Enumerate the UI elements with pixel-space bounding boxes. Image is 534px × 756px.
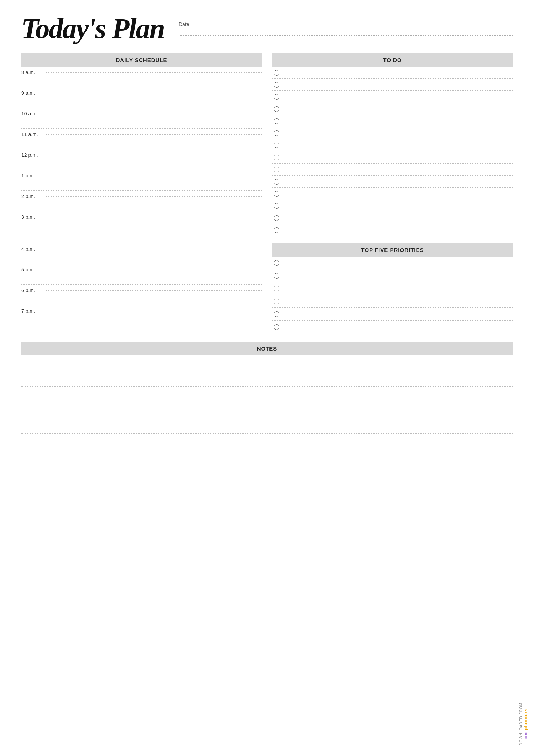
time-slot-10am: 10 a.m. [21, 108, 262, 129]
time-slot-1pm: 1 p.m. [21, 170, 262, 191]
schedule-line[interactable] [21, 315, 262, 326]
todo-item-9[interactable] [272, 164, 513, 176]
todo-checkbox-13[interactable] [274, 215, 279, 221]
time-label-9am: 9 a.m. [21, 90, 46, 96]
time-slot-9am: 9 a.m. [21, 87, 262, 108]
time-label-5pm: 5 p.m. [21, 267, 46, 273]
todo-checkbox-8[interactable] [274, 155, 279, 160]
todo-item-3[interactable] [272, 91, 513, 103]
time-label-8am: 8 a.m. [21, 69, 46, 75]
time-label-10am: 10 a.m. [21, 111, 46, 116]
time-slot-5pm: 5 p.m. [21, 264, 262, 285]
time-slot-4pm: 4 p.m. [21, 243, 262, 264]
note-line-3[interactable] [21, 388, 513, 402]
time-slot-8am: 8 a.m. [21, 67, 262, 87]
time-slot-11am: 11 a.m. [21, 129, 262, 149]
note-line-2[interactable] [21, 372, 513, 387]
schedule-line[interactable] [21, 221, 262, 232]
notes-header: NOTES [21, 342, 513, 355]
schedule-line[interactable] [21, 159, 262, 170]
note-line-4[interactable] [21, 404, 513, 418]
time-label-3pm: 3 p.m. [21, 214, 46, 220]
todo-checkbox-3[interactable] [274, 94, 279, 100]
watermark-prefix: on: [523, 730, 528, 738]
todo-item-7[interactable] [272, 139, 513, 151]
date-field: Date [179, 14, 513, 36]
time-label-11am: 11 a.m. [21, 131, 46, 137]
notes-section: NOTES [21, 342, 513, 434]
todo-item-10[interactable] [272, 176, 513, 188]
note-line-5[interactable] [21, 419, 513, 434]
top-five-section: TOP FIVE PRIORITIES [272, 243, 513, 333]
time-slot-7pm: 7 p.m. [21, 305, 262, 326]
priority-checkbox-3[interactable] [274, 286, 279, 291]
priority-checkbox-6[interactable] [274, 324, 279, 330]
todo-item-4[interactable] [272, 103, 513, 115]
todo-item-5[interactable] [272, 115, 513, 127]
schedule-line[interactable] [21, 294, 262, 305]
todo-item-11[interactable] [272, 188, 513, 200]
schedule-line[interactable] [21, 117, 262, 129]
todo-item-12[interactable] [272, 200, 513, 212]
todo-checkbox-1[interactable] [274, 70, 279, 76]
todo-checkbox-14[interactable] [274, 227, 279, 233]
watermark-brand: on:planners [523, 708, 528, 738]
priority-item-1[interactable] [272, 257, 513, 269]
todo-item-6[interactable] [272, 127, 513, 139]
watermark-planners: planners [523, 708, 528, 730]
schedule-line[interactable] [21, 76, 262, 87]
page-title: Today's Plan [21, 14, 164, 43]
todo-item-2[interactable] [272, 79, 513, 91]
schedule-line[interactable] [21, 273, 262, 285]
todo-column: TO DO [272, 53, 513, 333]
todo-item-1[interactable] [272, 67, 513, 79]
watermark-downloaded-from: DOWNLOADED FROM [519, 703, 523, 745]
priority-item-3[interactable] [272, 282, 513, 295]
todo-checkbox-12[interactable] [274, 203, 279, 209]
watermark: DOWNLOADED FROM on:planners [519, 703, 528, 745]
priority-item-6[interactable] [272, 321, 513, 333]
daily-schedule-column: DAILY SCHEDULE 8 a.m. 9 a.m. 10 a.m. [21, 53, 262, 333]
schedule-line[interactable] [21, 138, 262, 149]
priority-checkbox-4[interactable] [274, 299, 279, 304]
time-label-4pm: 4 p.m. [21, 246, 46, 252]
todo-checkbox-7[interactable] [274, 143, 279, 148]
priority-checkbox-2[interactable] [274, 273, 279, 279]
priority-checkbox-5[interactable] [274, 311, 279, 317]
todo-checkbox-11[interactable] [274, 191, 279, 197]
time-slot-12pm: 12 p.m. [21, 149, 262, 170]
priority-item-4[interactable] [272, 295, 513, 308]
todo-header: TO DO [272, 53, 513, 67]
main-grid: DAILY SCHEDULE 8 a.m. 9 a.m. 10 a.m. [21, 53, 513, 434]
time-slot-6pm: 6 p.m. [21, 285, 262, 305]
todo-checkbox-4[interactable] [274, 106, 279, 112]
top-five-header: TOP FIVE PRIORITIES [272, 243, 513, 257]
schedule-line[interactable] [21, 200, 262, 211]
todo-checkbox-5[interactable] [274, 118, 279, 124]
note-line-1[interactable] [21, 357, 513, 371]
time-slot-3pm: 3 p.m. [21, 211, 262, 243]
todo-item-14[interactable] [272, 224, 513, 236]
todo-checkbox-10[interactable] [274, 179, 279, 185]
priority-item-2[interactable] [272, 269, 513, 282]
time-label-12pm: 12 p.m. [21, 152, 46, 158]
schedule-line[interactable] [21, 253, 262, 264]
time-label-2pm: 2 p.m. [21, 193, 46, 199]
todo-checkbox-6[interactable] [274, 130, 279, 136]
todo-checkbox-2[interactable] [274, 82, 279, 88]
priority-item-5[interactable] [272, 308, 513, 321]
time-label-1pm: 1 p.m. [21, 173, 46, 178]
todo-checkbox-9[interactable] [274, 167, 279, 172]
header: Today's Plan Date [21, 14, 513, 43]
schedule-line[interactable] [21, 179, 262, 191]
priority-checkbox-1[interactable] [274, 260, 279, 266]
schedule-line[interactable] [21, 232, 262, 243]
date-input-line[interactable] [179, 29, 513, 36]
schedule-line[interactable] [21, 97, 262, 108]
daily-schedule-header: DAILY SCHEDULE [21, 53, 262, 67]
time-label-6pm: 6 p.m. [21, 288, 46, 293]
time-slot-2pm: 2 p.m. [21, 191, 262, 211]
time-label-7pm: 7 p.m. [21, 308, 46, 314]
todo-item-13[interactable] [272, 212, 513, 224]
todo-item-8[interactable] [272, 151, 513, 164]
